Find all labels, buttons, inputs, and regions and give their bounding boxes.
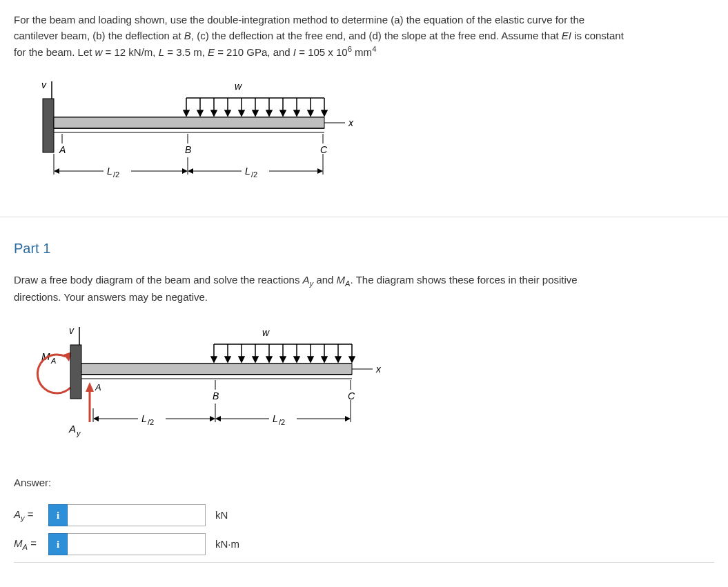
svg-marker-83: [93, 416, 99, 421]
point-c: C: [348, 390, 355, 401]
dim-Lhalf2: L: [273, 413, 278, 424]
axis-v: v: [41, 79, 47, 90]
svg-marker-74: [349, 357, 355, 362]
svg-marker-19: [253, 110, 258, 116]
svg-marker-17: [239, 110, 244, 116]
svg-marker-60: [253, 357, 258, 362]
load-w: w: [235, 81, 242, 92]
svg-marker-62: [266, 357, 272, 362]
text: directions. Your answers may be negative…: [14, 291, 208, 303]
text: For the beam and loading shown, use the …: [14, 14, 584, 26]
dim-sub2: /2: [279, 418, 285, 426]
dim-sub2: /2: [251, 170, 257, 179]
svg-marker-68: [308, 357, 313, 362]
part1-text: Draw a free body diagram of the beam and…: [14, 272, 714, 305]
svg-marker-37: [54, 168, 59, 174]
ma-input[interactable]: [68, 533, 206, 555]
answer-var-ay: Ay =: [14, 507, 48, 524]
text: and: [313, 274, 336, 286]
svg-marker-64: [280, 357, 286, 362]
svg-marker-21: [266, 110, 272, 116]
svg-rect-1: [43, 99, 54, 152]
superscript: 4: [372, 45, 376, 53]
text: = 12 kN/m,: [102, 46, 158, 58]
section-divider: [0, 217, 728, 217]
text: , (c) the deflection at the free end, an…: [191, 30, 562, 41]
svg-marker-72: [335, 357, 341, 362]
reaction-ay-sub: y: [76, 429, 81, 437]
svg-marker-76: [86, 382, 94, 392]
point-a: A: [95, 382, 101, 392]
text: mm: [352, 46, 372, 58]
dim-Lhalf2: L: [245, 166, 250, 177]
text: is constant: [571, 30, 624, 41]
svg-marker-54: [211, 357, 217, 362]
text: = 210 GPa, and: [215, 46, 293, 58]
axis-x: x: [348, 117, 354, 128]
answer-row-ay: Ay = i kN: [14, 504, 714, 526]
text: Draw a free body diagram of the beam and…: [14, 274, 303, 286]
svg-marker-27: [308, 110, 313, 116]
axis-v: v: [69, 325, 75, 336]
dim-sub1: /2: [113, 170, 119, 179]
unit-knm: kN·m: [215, 537, 239, 553]
axis-x: x: [375, 364, 382, 375]
text: for the beam. Let: [14, 46, 95, 58]
text: cantilever beam, (b) the deflection at: [14, 30, 184, 41]
svg-marker-66: [294, 357, 299, 362]
answer-var-ma: MA =: [14, 536, 48, 553]
var-w: w: [95, 46, 103, 58]
svg-marker-25: [294, 110, 299, 116]
svg-marker-84: [210, 416, 215, 421]
svg-rect-46: [70, 345, 81, 399]
point-b: B: [213, 390, 219, 401]
svg-marker-40: [188, 168, 193, 174]
var-Ay: Ay: [303, 274, 314, 286]
beam-figure-2: v M A x w A A y B C L /2: [28, 319, 714, 455]
svg-marker-13: [211, 110, 217, 116]
load-w: w: [262, 327, 270, 338]
point-b: B: [185, 144, 191, 155]
svg-marker-38: [182, 168, 188, 174]
reaction-ay: A: [68, 423, 76, 435]
dim-sub1: /2: [148, 418, 154, 426]
point-c: C: [320, 144, 328, 155]
beam-figure-1: v x w A B C L /2 L /2: [28, 74, 714, 197]
text: = 105 x 10: [296, 46, 348, 58]
var-b: B: [184, 30, 191, 41]
svg-marker-11: [197, 110, 203, 116]
var-MA: MA: [337, 274, 351, 286]
svg-marker-70: [322, 357, 327, 362]
svg-marker-41: [317, 168, 323, 174]
svg-marker-56: [225, 357, 230, 362]
answer-row-ma: MA = i kN·m: [14, 533, 714, 555]
ay-input[interactable]: [68, 504, 206, 526]
info-icon[interactable]: i: [48, 533, 68, 555]
var-E: E: [208, 46, 215, 58]
svg-marker-23: [280, 110, 286, 116]
svg-rect-48: [81, 364, 352, 375]
dim-Lhalf1: L: [107, 166, 112, 177]
problem-statement: For the beam and loading shown, use the …: [14, 12, 714, 61]
part-title: Part 1: [14, 238, 714, 259]
svg-rect-3: [54, 117, 324, 128]
svg-marker-87: [345, 416, 351, 421]
unit-kn: kN: [215, 508, 228, 524]
answer-label: Answer:: [14, 475, 714, 491]
var-ei: EI: [562, 30, 571, 41]
svg-marker-86: [215, 416, 221, 421]
text: . The diagram shows these forces in thei…: [351, 274, 578, 286]
svg-marker-29: [322, 110, 327, 116]
text: = 3.5 m,: [164, 46, 208, 58]
svg-marker-58: [239, 357, 244, 362]
var-L: L: [159, 46, 164, 58]
info-icon[interactable]: i: [48, 504, 68, 526]
svg-marker-9: [184, 110, 189, 116]
dim-Lhalf1: L: [141, 413, 147, 424]
svg-marker-15: [225, 110, 230, 116]
point-a: A: [59, 144, 66, 155]
answer-divider: [14, 562, 714, 563]
moment-ma-sub: A: [50, 357, 56, 365]
